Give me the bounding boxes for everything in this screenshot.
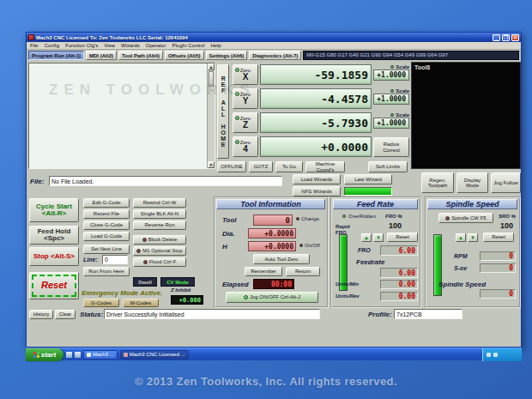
block-delete-button[interactable]: Block Delete (133, 235, 186, 245)
reverse-run-button[interactable]: Reverse Run (133, 221, 186, 230)
spindle-reset-button[interactable]: Reset (483, 233, 514, 242)
status-field: Driver Successfully Initialised (104, 309, 320, 319)
menu-item-operator[interactable]: Operator (146, 43, 166, 48)
gcode-listing[interactable]: ▲ ▼ (28, 63, 215, 169)
dro-z-value[interactable]: -5.7930 (260, 112, 372, 133)
scale-z-value[interactable]: +1.0000 (373, 118, 409, 129)
feedrate-dro[interactable]: 6.00 (380, 268, 418, 278)
remember-button[interactable]: Remember (245, 267, 282, 276)
menu-item-wizards[interactable]: Wizards (121, 43, 140, 48)
quick-launch-icon-2[interactable] (75, 352, 81, 358)
jog-follow-button[interactable]: Jog Follow (491, 172, 521, 193)
tab-settings[interactable]: Settings (Alt6) (206, 51, 248, 60)
machine-coords-button[interactable]: Machine Coord's (305, 161, 345, 172)
quick-launch-icon-1[interactable] (66, 352, 72, 358)
zero-x-button[interactable]: Zero X (233, 64, 258, 85)
zero-y-button[interactable]: Zero Y (233, 88, 258, 109)
taskbar-task-2[interactable]: Mach3 CNC Licensed ... (120, 350, 189, 360)
scale-y-value[interactable]: +1.0000 (373, 94, 409, 105)
spindle-up-button[interactable]: ▲ (456, 233, 466, 242)
dia-dro[interactable]: +0.0000 (248, 228, 296, 239)
feed-hold-button[interactable]: Feed Hold <Spc> (29, 226, 79, 245)
titlebar[interactable]: Mach3 CNC Licensed To: Zen Toolworks LLC… (27, 33, 521, 42)
recent-file-button[interactable]: Recent File (83, 209, 130, 219)
minimize-button[interactable]: _ (493, 34, 500, 41)
regen-toolpath-button[interactable]: Regen. Toolpath (421, 172, 454, 193)
goto-z-button[interactable]: GOTZ (249, 161, 273, 172)
menu-item-view[interactable]: View (104, 43, 115, 48)
scroll-down-icon[interactable]: ▼ (208, 161, 215, 168)
close-gcode-button[interactable]: Close G-Code (83, 221, 130, 230)
sro-pct-value[interactable]: 100 (500, 221, 513, 230)
auto-tool-zero-button[interactable]: Auto Tool Zero (253, 254, 310, 264)
menu-item-plugin-control[interactable]: PlugIn Control (172, 43, 204, 48)
jog-on-off-button[interactable]: Jog ON/OFF Ctrl-Alt-J (226, 292, 318, 303)
fro-reset-button[interactable]: Reset (387, 233, 418, 242)
single-blk-button[interactable]: Single BLK Alt-N (133, 209, 186, 219)
g-codes-button[interactable]: G-Codes (83, 299, 119, 307)
run-from-here-button[interactable]: Run From Here (83, 267, 130, 276)
stop-button[interactable]: Stop <Alt-S> (29, 247, 79, 266)
h-dro[interactable]: +0.0000 (248, 241, 296, 251)
fro-pct-value[interactable]: 100 (389, 221, 402, 230)
to-go-button[interactable]: To Go (275, 161, 303, 172)
zero-z-button[interactable]: Zero Z (233, 112, 258, 133)
tab-program-run[interactable]: Program Run (Alt-1) (28, 51, 84, 60)
m1-optional-stop-button[interactable]: M1 Optional Stop (133, 246, 186, 256)
menu-item-file[interactable]: File (30, 43, 39, 48)
spindle-speed-dro[interactable]: 0 (480, 289, 516, 299)
rewind-button[interactable]: Rewind Ctrl-W (133, 198, 186, 208)
soft-limits-button[interactable]: Soft Limits (368, 161, 408, 172)
z-inhibit-value[interactable]: +0.000 (171, 295, 203, 305)
spindle-cw-button[interactable]: Spindle CW F5 (438, 213, 493, 223)
set-next-line-button[interactable]: Set Next Line (83, 245, 130, 254)
flood-button[interactable]: Flood Ctrl-F (133, 257, 186, 267)
scroll-thumb[interactable] (209, 71, 214, 87)
load-gcode-button[interactable]: Load G-Code (83, 232, 130, 241)
dro-x-value[interactable]: -59.1859 (260, 64, 372, 85)
clear-button[interactable]: Clear (55, 310, 76, 319)
edit-gcode-button[interactable]: Edit G-Code (83, 198, 130, 208)
offline-button[interactable]: OFFLINE (217, 161, 246, 172)
menu-item-config[interactable]: Config (45, 43, 59, 48)
return-button[interactable]: Return (286, 267, 320, 276)
menu-item-help[interactable]: Help (210, 43, 221, 48)
tool-label: Tool (222, 216, 237, 224)
close-button[interactable]: ✕ (511, 34, 519, 41)
scale-x-value[interactable]: +1.0000 (373, 70, 409, 81)
menu-item-function-cfgs[interactable]: Function Cfg's (65, 43, 98, 48)
tray-icon-1[interactable] (487, 353, 491, 357)
m-codes-button[interactable]: M-Codes (123, 299, 159, 307)
start-button[interactable]: start (26, 348, 63, 361)
load-wizards-button[interactable]: Load Wizards (293, 174, 341, 184)
tool-number-dro[interactable]: 0 (253, 215, 293, 226)
dro-y-value[interactable]: -4.4578 (260, 88, 372, 109)
tab-tool-path[interactable]: Tool Path (Alt4) (118, 51, 163, 60)
cycle-start-button[interactable]: Cycle Start <Alt-R> (29, 198, 79, 222)
zero-4-button[interactable]: Zero 4 (233, 136, 258, 157)
tab-mdi[interactable]: MDI (Alt2) (86, 51, 117, 60)
tab-offsets[interactable]: Offsets (Alt5) (165, 51, 204, 60)
nfs-wizards-button[interactable]: NFS Wizards (293, 186, 341, 196)
axis-row-4: Zero 4 +0.0000 Radius Correct (233, 136, 409, 158)
fro-down-button[interactable]: ▼ (373, 233, 384, 242)
fro-dro[interactable]: 6.00 (380, 245, 418, 256)
gcode-scrollbar[interactable]: ▲ ▼ (207, 63, 215, 168)
history-button[interactable]: History (29, 310, 53, 319)
jog-on-off-label: Jog ON/OFF Ctrl-Alt-J (250, 294, 300, 299)
fro-up-button[interactable]: ▲ (361, 233, 372, 242)
tab-diagnostics[interactable]: Diagnostics (Alt-7) (249, 51, 301, 60)
last-wizard-button[interactable]: Last Wizard (344, 174, 392, 184)
reset-button[interactable]: Reset (29, 272, 79, 299)
display-mode-button[interactable]: Display Mode (456, 172, 488, 193)
spindle-down-button[interactable]: ▼ (468, 233, 478, 242)
ref-all-home-button[interactable]: REF ALL HOME (217, 64, 229, 159)
toolpath-display[interactable]: Tool8 (411, 62, 521, 169)
dro-4-value[interactable]: +0.0000 (260, 136, 372, 157)
maximize-button[interactable]: ❐ (502, 34, 510, 41)
tray-icon-2[interactable] (493, 353, 498, 357)
taskbar-task-1[interactable]: Mach3 ... (83, 350, 118, 360)
scroll-up-icon[interactable]: ▲ (208, 63, 215, 70)
line-field[interactable]: 0 (102, 255, 128, 264)
radius-correct-button[interactable]: Radius Correct (373, 137, 409, 157)
